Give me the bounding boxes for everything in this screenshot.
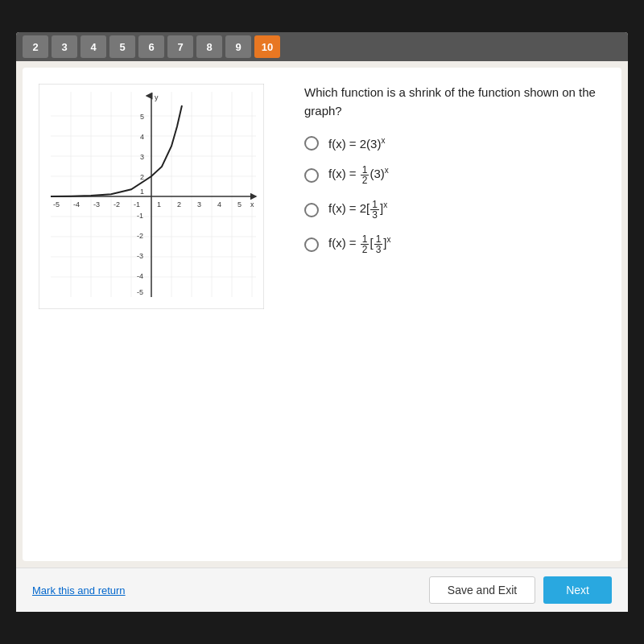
graph-svg: -5 -4 -3 -2 -1 1 2 3 4 5 x 5 4 3 2 1 -1 … xyxy=(39,84,264,309)
radio-a[interactable] xyxy=(304,136,319,151)
nav-btn-2[interactable]: 2 xyxy=(23,35,48,58)
nav-btn-4[interactable]: 4 xyxy=(80,35,106,58)
main-content: -5 -4 -3 -2 -1 1 2 3 4 5 x 5 4 3 2 1 -1 … xyxy=(23,68,621,561)
svg-text:-2: -2 xyxy=(137,232,143,240)
nav-btn-10[interactable]: 10 xyxy=(254,35,280,58)
graph-area: -5 -4 -3 -2 -1 1 2 3 4 5 x 5 4 3 2 1 -1 … xyxy=(39,84,280,545)
footer-right: Save and Exit Next xyxy=(429,576,612,604)
question-area: Which function is a shrink of the functi… xyxy=(296,84,605,545)
svg-text:1: 1 xyxy=(140,188,144,196)
svg-text:4: 4 xyxy=(140,133,144,141)
svg-text:3: 3 xyxy=(140,153,144,161)
option-a[interactable]: f(x) = 2(3)x xyxy=(304,136,605,151)
question-text: Which function is a shrink of the functi… xyxy=(304,84,605,120)
svg-text:2: 2 xyxy=(140,173,144,181)
svg-text:3: 3 xyxy=(197,200,201,208)
svg-text:1: 1 xyxy=(157,200,161,208)
radio-c[interactable] xyxy=(304,203,319,217)
option-b[interactable]: f(x) = 12(3)x xyxy=(304,165,605,185)
footer: Mark this and return Save and Exit Next xyxy=(16,568,628,612)
nav-btn-7[interactable]: 7 xyxy=(167,35,193,58)
svg-text:-5: -5 xyxy=(53,200,60,208)
nav-btn-5[interactable]: 5 xyxy=(109,35,135,58)
svg-text:-1: -1 xyxy=(137,212,143,220)
svg-text:2: 2 xyxy=(177,200,181,208)
svg-text:5: 5 xyxy=(140,113,144,121)
svg-text:-3: -3 xyxy=(137,252,143,260)
svg-text:-4: -4 xyxy=(73,200,80,208)
nav-btn-3[interactable]: 3 xyxy=(52,35,77,58)
option-d-label: f(x) = 12[13]x xyxy=(328,234,390,254)
option-c[interactable]: f(x) = 2[13]x xyxy=(304,200,605,220)
svg-text:5: 5 xyxy=(237,200,242,208)
svg-text:y: y xyxy=(155,93,159,101)
svg-text:-4: -4 xyxy=(137,272,143,280)
save-exit-button[interactable]: Save and Exit xyxy=(429,576,535,604)
nav-btn-8[interactable]: 8 xyxy=(196,35,222,58)
nav-bar: 2 3 4 5 6 7 8 9 10 xyxy=(16,32,628,61)
option-c-label: f(x) = 2[13]x xyxy=(328,200,387,220)
radio-b[interactable] xyxy=(304,168,319,183)
radio-d[interactable] xyxy=(304,237,319,252)
svg-text:-1: -1 xyxy=(134,200,140,208)
mark-return-link[interactable]: Mark this and return xyxy=(32,584,126,597)
next-button[interactable]: Next xyxy=(543,576,612,604)
svg-text:-5: -5 xyxy=(137,288,143,296)
nav-btn-9[interactable]: 9 xyxy=(225,35,251,58)
svg-text:4: 4 xyxy=(217,200,221,208)
option-b-label: f(x) = 12(3)x xyxy=(328,165,389,185)
nav-btn-6[interactable]: 6 xyxy=(138,35,164,58)
svg-text:-2: -2 xyxy=(114,200,120,208)
option-a-label: f(x) = 2(3)x xyxy=(328,136,385,151)
option-d[interactable]: f(x) = 12[13]x xyxy=(304,234,605,254)
svg-text:-3: -3 xyxy=(93,200,100,208)
svg-text:x: x xyxy=(250,200,254,208)
